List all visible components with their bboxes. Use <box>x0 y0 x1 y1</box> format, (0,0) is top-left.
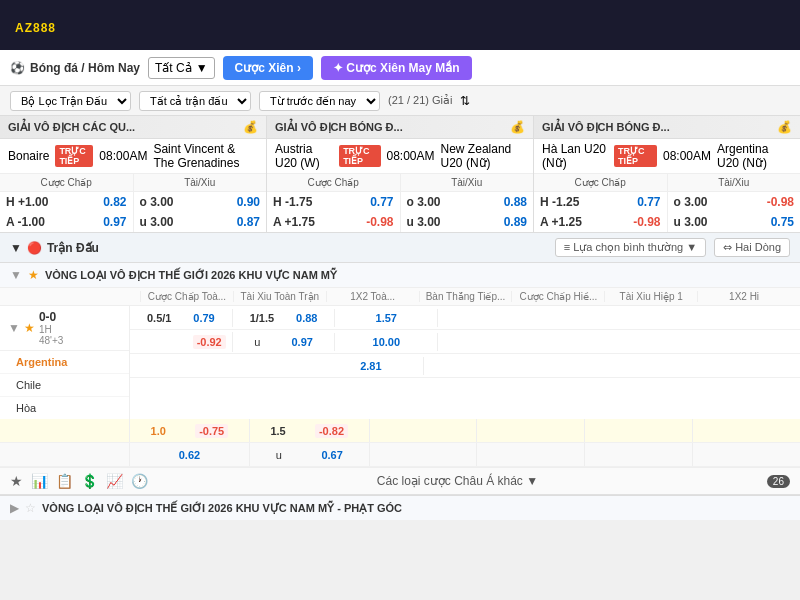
card-title-2: GIẢI VÔ ĐỊCH BÓNG Đ... <box>275 121 510 134</box>
hoa-1x2-val: 2.81 <box>360 360 381 372</box>
col-header-taixiu-hiep: Tài Xiu Hiệp 1 <box>604 291 697 302</box>
team-hoa: Hòa <box>8 399 121 417</box>
odds-cell-1a-2[interactable]: o 3.00 0.90 <box>134 192 267 212</box>
next-star-icon[interactable]: ☆ <box>25 501 36 515</box>
bottom-chap-val[interactable]: 0.62 <box>130 443 250 466</box>
group-star-icon[interactable]: ★ <box>28 268 39 282</box>
match-score-row: ▼ ★ 0-0 1H 48'+3 <box>0 306 129 351</box>
argentina-chap[interactable]: 0.5/1 0.79 <box>130 309 233 327</box>
match-expand-icon[interactable]: ▼ <box>8 321 20 335</box>
featured-card-2: GIẢI VÔ ĐỊCH BÓNG Đ... 💰 Austria U20 (W)… <box>267 116 534 232</box>
card-header-1: GIẢI VÔ ĐỊCH CÁC QU... 💰 <box>0 116 266 139</box>
bottom-val3: 0.67 <box>321 449 342 461</box>
card-odds-row-3b: A +1.25 -0.98 u 3.00 0.75 <box>534 212 800 232</box>
odds-cell-3b-2[interactable]: u 3.00 0.75 <box>668 212 801 232</box>
team2-3: Argentina U20 (Nữ) <box>717 142 792 170</box>
odds-cell-3a-1[interactable]: H -1.25 0.77 <box>534 192 668 212</box>
card-time-2: 08:00AM <box>387 149 435 163</box>
tu-truoc-select[interactable]: Từ trước đến nay <box>259 91 380 111</box>
live-dot-icon: 🔴 <box>27 241 42 255</box>
nav-bar: ⚽ Bóng đá / Hôm Nay Tất Cả ▼ Cược Xiên ✦… <box>0 50 800 86</box>
col-header-1x2hi: 1X2 Hi <box>697 291 790 302</box>
expand-section-icon[interactable]: ▼ <box>10 241 22 255</box>
card-odds-row-2b: A +1.75 -0.98 u 3.00 0.89 <box>267 212 533 232</box>
col-header-empty <box>10 291 140 302</box>
odds-cell-2b-2[interactable]: u 3.00 0.89 <box>401 212 534 232</box>
cuoc-xien-button[interactable]: Cược Xiên <box>223 56 313 80</box>
bottom-odds-row: 0.62 u 0.67 <box>0 443 800 467</box>
filter-odds-btn[interactable]: ≡ Lựa chọn bình thường ▼ <box>555 238 706 257</box>
chile-taixiu-val: 0.97 <box>291 336 312 348</box>
chile-1x2-val: 10.00 <box>373 336 401 348</box>
expand-group-icon[interactable]: ▼ <box>10 268 22 282</box>
team2-1: Saint Vincent & The Grenadines <box>153 142 258 170</box>
odds-cell-1a-1[interactable]: H +1.00 0.82 <box>0 192 134 212</box>
card-odds-header-3: Cược Chấp Tài/Xiu <box>534 173 800 192</box>
card-odds-row-2a: H -1.75 0.77 o 3.00 0.88 <box>267 192 533 212</box>
bo-loc-select[interactable]: Bộ Lọc Trận Đấu <box>10 91 131 111</box>
odds-cell-1b-2[interactable]: u 3.00 0.87 <box>134 212 267 232</box>
bottom-val1: 0.62 <box>179 449 200 461</box>
chap-row-empty <box>0 419 130 442</box>
chile-chap[interactable]: -0.92 <box>130 332 233 352</box>
odds-cell-2a-2[interactable]: o 3.00 0.88 <box>401 192 534 212</box>
live-badge-3: TRỰC TIẾP <box>614 145 657 167</box>
chap-row-taixiu[interactable]: 1.5 -0.82 <box>250 419 370 442</box>
dollar-icon[interactable]: 💲 <box>81 473 98 489</box>
tat-ca-dropdown[interactable]: Tất Cả ▼ <box>148 57 215 79</box>
odds-cell-3b-1[interactable]: A +1.25 -0.98 <box>534 212 668 232</box>
bottom-taixiu[interactable]: u 0.67 <box>250 443 370 466</box>
argentina-taixiu-val: 0.88 <box>296 312 317 324</box>
featured-matches: GIẢI VÔ ĐỊCH CÁC QU... 💰 Bonaire TRỰC TI… <box>0 116 800 233</box>
cuoc-xien-lucky-button[interactable]: ✦ Cược Xiên May Mắn <box>321 56 472 80</box>
chile-taixiu[interactable]: u 0.97 <box>233 333 336 351</box>
group-title-1: VÒNG LOẠI VÔ ĐỊCH THẾ GIỚI 2026 KHU VỰC … <box>45 269 790 282</box>
layout-btn[interactable]: ⇔ Hai Dòng <box>714 238 790 257</box>
stats-icon[interactable]: 📊 <box>31 473 48 489</box>
bottom-empty <box>0 443 130 466</box>
more-bets-link[interactable]: Các loại cược Châu Á khác ▼ <box>377 474 538 488</box>
odds-cell-2b-1[interactable]: A +1.75 -0.98 <box>267 212 401 232</box>
odds-cell-2a-1[interactable]: H -1.75 0.77 <box>267 192 401 212</box>
tat-ca-tran-select[interactable]: Tất cả trận đấu <box>139 91 251 111</box>
card-title-1: GIẢI VÔ ĐỊCH CÁC QU... <box>8 121 243 134</box>
argentina-chap-val: 0.79 <box>193 312 214 324</box>
match-count: (21 / 21) Giải <box>388 94 452 107</box>
hoa-1x2[interactable]: 2.81 <box>318 357 424 375</box>
next-expand-icon[interactable]: ▶ <box>10 501 19 515</box>
sort-icon[interactable]: ⇅ <box>460 94 470 108</box>
chile-1x2[interactable]: 10.00 <box>335 333 438 351</box>
match-group-1: ▼ ★ VÒNG LOẠI VÔ ĐỊCH THẾ GIỚI 2026 KHU … <box>0 263 800 495</box>
odds-cell-1b-1[interactable]: A -1.00 0.97 <box>0 212 134 232</box>
odds-cell-3a-2[interactable]: o 3.00 -0.98 <box>668 192 801 212</box>
match-star-icon[interactable]: ★ <box>24 321 35 335</box>
col-header-hiep: Cược Chấp Hiề... <box>511 291 604 302</box>
dropdown-arrow-icon: ▼ <box>196 61 208 75</box>
star-favorite-icon[interactable]: ★ <box>10 473 23 489</box>
card-live-row-1: Bonaire TRỰC TIẾP 08:00AM Saint Vincent … <box>0 139 266 173</box>
argentina-1x2[interactable]: 1.57 <box>335 309 438 327</box>
main-content: ▼ 🔴 Trận Đấu ≡ Lựa chọn bình thường ▼ ⇔ … <box>0 233 800 520</box>
featured-card-1: GIẢI VÔ ĐỊCH CÁC QU... 💰 Bonaire TRỰC TI… <box>0 116 267 232</box>
clock-icon[interactable]: 🕐 <box>131 473 148 489</box>
section-label: Trận Đấu <box>47 241 99 255</box>
more-bets-label: Các loại cược Châu Á khác ▼ <box>377 474 538 488</box>
team1-1: Bonaire <box>8 149 49 163</box>
card-header-3: GIẢI VÔ ĐỊCH BÓNG Đ... 💰 <box>534 116 800 139</box>
argentina-taixiu-label: 1/1.5 <box>250 312 274 324</box>
chap-val3: 1.5 <box>270 425 285 437</box>
team1-3: Hà Lan U20 (Nữ) <box>542 142 608 170</box>
live-badge-2: TRỰC TIẾP <box>339 145 380 167</box>
card-live-row-2: Austria U20 (W) TRỰC TIẾP 08:00AM New Ze… <box>267 139 533 173</box>
chile-chap-val: -0.92 <box>193 335 226 349</box>
argentina-taixiu[interactable]: 1/1.5 0.88 <box>233 309 336 327</box>
featured-card-3: GIẢI VÔ ĐỊCH BÓNG Đ... 💰 Hà Lan U20 (Nữ)… <box>534 116 800 232</box>
next-group-header: ▶ ☆ VÒNG LOẠI VÔ ĐỊCH THẾ GIỚI 2026 KHU … <box>0 495 800 520</box>
col-title-tai-3: Tài/Xiu <box>668 174 801 191</box>
chart-icon[interactable]: 📋 <box>56 473 73 489</box>
nav-sport: ⚽ Bóng đá / Hôm Nay <box>10 61 140 75</box>
card-title-3: GIẢI VÔ ĐỊCH BÓNG Đ... <box>542 121 777 134</box>
bar-chart-icon[interactable]: 📈 <box>106 473 123 489</box>
hoa-odds-row: 2.81 <box>130 354 800 378</box>
chap-row-vals[interactable]: 1.0 -0.75 <box>130 419 250 442</box>
